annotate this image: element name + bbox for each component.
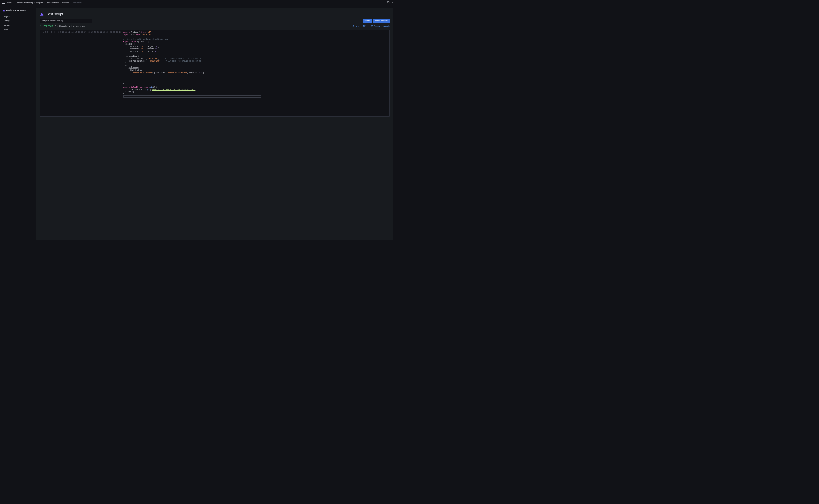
k6-logo-icon: k6 (40, 12, 44, 16)
status-text: Script looks fine and is ready to run (55, 25, 84, 27)
topbar: Home › Performance testing › Projects › … (0, 0, 395, 5)
import-har-link[interactable]: Import HAR (352, 25, 366, 27)
create-and-run-button[interactable]: Create and Run (373, 19, 390, 23)
breadcrumb-perf-testing[interactable]: Performance testing (16, 2, 33, 4)
breadcrumb-home[interactable]: Home (7, 2, 12, 4)
sidebar-title: Performance testing (6, 9, 27, 12)
record-icon (371, 25, 373, 27)
svg-point-4 (40, 25, 42, 27)
record-scenario-link[interactable]: Record a scenario (371, 25, 389, 27)
page-header: k6 Test script (40, 12, 390, 16)
panel: k6 Test script Create Create and Run PER… (36, 8, 393, 241)
chevron-right-icon: › (14, 2, 14, 4)
hamburger-menu-icon[interactable] (2, 1, 6, 5)
monitor-icon[interactable] (387, 1, 390, 4)
test-name-input[interactable] (40, 19, 92, 23)
sidebar-header: Performance testing (0, 8, 34, 15)
import-har-label: Import HAR (356, 25, 366, 27)
status-badge: PERFECT! (43, 25, 53, 27)
record-scenario-label: Record a scenario (374, 25, 390, 27)
svg-rect-0 (387, 2, 389, 3)
breadcrumb-projects[interactable]: Projects (36, 2, 43, 4)
create-button[interactable]: Create (363, 19, 372, 23)
svg-text:k6: k6 (41, 14, 43, 16)
sidebar-item-manage[interactable]: Manage (0, 23, 34, 27)
breadcrumb: Home › Performance testing › Projects › … (7, 2, 387, 4)
chevron-right-icon: › (34, 2, 35, 4)
toolbar: Create Create and Run (40, 19, 390, 23)
chevron-down-icon[interactable] (392, 1, 394, 4)
check-circle-icon (40, 25, 42, 28)
code-content[interactable]: import { sleep } from 'k6' import http f… (123, 31, 389, 115)
page-title: Test script (46, 12, 63, 16)
chevron-right-icon: › (44, 2, 45, 4)
chevron-right-icon: › (60, 2, 61, 4)
main: k6 Test script Create Create and Run PER… (34, 5, 395, 243)
upload-icon (352, 25, 355, 27)
breadcrumb-default-project[interactable]: Default project (46, 2, 59, 4)
sidebar-item-projects[interactable]: Projects (0, 14, 34, 19)
breadcrumb-new-test[interactable]: New test (62, 2, 69, 4)
breadcrumb-current: Test script (73, 2, 81, 4)
code-editor[interactable]: 1 2 3 4 5 6 7 8 9 10 11 12 13 14 15 16 1… (40, 30, 390, 117)
sidebar: Performance testing Projects Settings Ma… (0, 5, 34, 243)
chevron-right-icon: › (71, 2, 71, 4)
sidebar-item-settings[interactable]: Settings (0, 19, 34, 23)
sidebar-item-learn[interactable]: Learn (0, 27, 34, 31)
topbar-right (387, 1, 394, 4)
svg-point-6 (372, 26, 372, 27)
line-gutter: 1 2 3 4 5 6 7 8 9 10 11 12 13 14 15 16 1… (40, 31, 123, 115)
status-row: PERFECT! Script looks fine and is ready … (40, 25, 390, 28)
k6-logo-icon (3, 9, 5, 12)
